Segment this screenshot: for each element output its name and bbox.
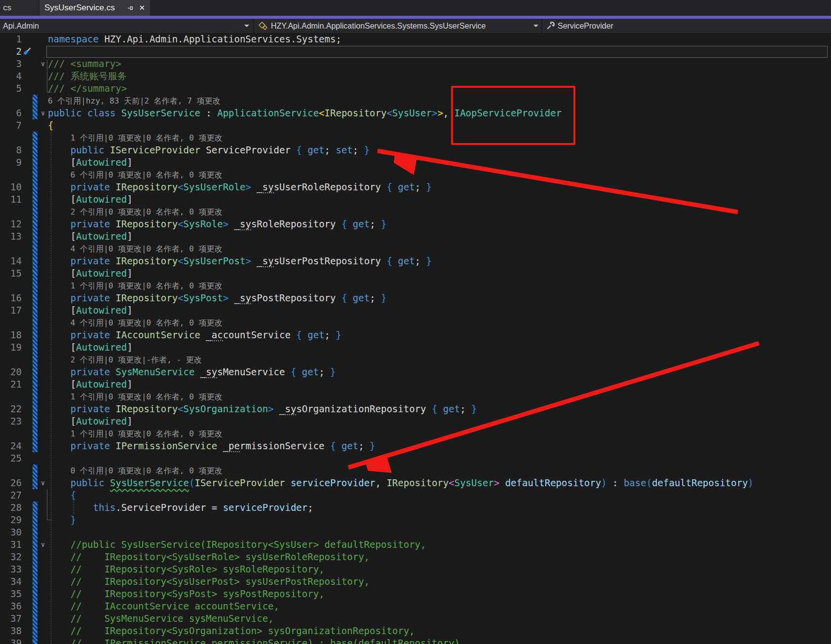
breadcrumb-member[interactable]: ServiceProvider	[558, 19, 613, 33]
code-line[interactable]: 5/// </summary>	[0, 82, 831, 95]
line-number[interactable]: 10	[0, 181, 22, 193]
code-text[interactable]: [Autowired]	[48, 230, 133, 243]
line-number[interactable]: 26	[0, 477, 22, 489]
code-text[interactable]: namespace HZY.Api.Admin.ApplicationServi…	[48, 33, 341, 45]
code-text[interactable]: /// 系统账号服务	[48, 70, 127, 82]
code-line[interactable]: 21 [Autowired]	[0, 378, 831, 391]
codelens-references[interactable]: 6 个引用|0 项更改|0 名作者, 0 项更改	[48, 169, 222, 181]
code-text[interactable]: public class SysUserService : Applicatio…	[48, 107, 562, 119]
codelens-line[interactable]: 0 个引用|0 项更改|0 名作者, 0 项更改	[0, 465, 831, 477]
code-text[interactable]: [Autowired]	[48, 415, 133, 428]
codelens-line[interactable]: 6 个引用|0 项更改|0 名作者, 0 项更改	[0, 169, 831, 181]
code-line[interactable]: 25	[0, 452, 831, 465]
line-number[interactable]: 15	[0, 267, 22, 280]
code-text[interactable]: public IServiceProvider ServiceProvider …	[48, 144, 370, 156]
codelens-references[interactable]: 4 个引用|0 项更改|0 名作者, 0 项更改	[48, 243, 222, 255]
code-line[interactable]: 29 }	[0, 514, 831, 526]
line-number[interactable]: 25	[0, 452, 22, 465]
code-line[interactable]: 34 // IRepository<SysUserPost> sysUserPo…	[0, 575, 831, 588]
code-text[interactable]: this.ServiceProvider = serviceProvider;	[48, 501, 313, 514]
code-line[interactable]: 1namespace HZY.Api.Admin.ApplicationServ…	[0, 33, 831, 45]
line-number[interactable]: 8	[0, 144, 22, 156]
breadcrumb-path[interactable]: HZY.Api.Admin.ApplicationServices.System…	[271, 19, 486, 33]
line-number[interactable]: 38	[0, 625, 22, 637]
code-line[interactable]: 3∨/// <summary>	[0, 58, 831, 70]
codelens-line[interactable]: 1 个引用|0 项更改|0 名作者, 0 项更改	[0, 428, 831, 440]
line-number[interactable]: 3	[0, 58, 22, 70]
line-number[interactable]: 35	[0, 588, 22, 600]
line-number[interactable]: 11	[0, 193, 22, 206]
chevron-down-icon[interactable]	[533, 19, 538, 33]
code-line[interactable]: 7{	[0, 119, 831, 132]
code-text[interactable]: //public SysUserService(IRepository<SysU…	[48, 538, 426, 551]
code-text[interactable]: private IPermissionService _permissionSe…	[48, 440, 376, 452]
line-number[interactable]: 18	[0, 329, 22, 341]
line-number[interactable]: 12	[0, 218, 22, 230]
code-line[interactable]: 10 private IRepository<SysUserRole> _sys…	[0, 181, 831, 193]
tab-partial[interactable]: cs	[0, 0, 38, 16]
code-text[interactable]: }	[48, 514, 76, 526]
line-number[interactable]: 5	[0, 82, 22, 95]
line-number[interactable]: 1	[0, 33, 22, 45]
line-number[interactable]: 33	[0, 563, 22, 575]
line-number[interactable]: 16	[0, 292, 22, 304]
line-number[interactable]: 9	[0, 156, 22, 169]
code-line[interactable]: 8 public IServiceProvider ServiceProvide…	[0, 144, 831, 156]
line-number[interactable]: 37	[0, 612, 22, 625]
fold-chevron-icon[interactable]: ∨	[38, 107, 47, 119]
code-text[interactable]: [Autowired]	[48, 156, 133, 169]
code-line[interactable]: 32 // IRepository<SysUserRole> sysUserRo…	[0, 551, 831, 563]
code-text[interactable]: {	[48, 119, 53, 132]
code-text[interactable]: /// </summary>	[48, 82, 127, 95]
line-number[interactable]: 24	[0, 440, 22, 452]
codelens-references[interactable]: 1 个引用|0 项更改|0 名作者, 0 项更改	[48, 280, 222, 292]
code-line[interactable]: 13 [Autowired]	[0, 230, 831, 243]
tab-active-sysuserservice[interactable]: SysUserService.cs ✕	[39, 0, 150, 16]
code-line[interactable]: 17 [Autowired]	[0, 304, 831, 317]
code-text[interactable]: private IRepository<SysUserPost> _sysUse…	[48, 255, 432, 267]
code-line[interactable]: 18 private IAccountService _accountServi…	[0, 329, 831, 341]
codelens-references[interactable]: 1 个引用|0 项更改|0 名作者, 0 项更改	[48, 391, 222, 403]
code-line[interactable]: 15 [Autowired]	[0, 267, 831, 280]
code-line[interactable]: 37 // SysMenuService sysMenuService,	[0, 612, 831, 625]
code-text[interactable]: public SysUserService(IServiceProvider s…	[48, 477, 754, 489]
code-text[interactable]: // IRepository<SysUserRole> sysUserRoleR…	[48, 551, 370, 563]
code-line[interactable]: 39 // IPermissionService permissionServi…	[0, 637, 831, 644]
fold-chevron-icon[interactable]: ∨	[38, 477, 47, 489]
line-number[interactable]: 31	[0, 538, 22, 551]
line-number[interactable]: 2	[0, 45, 22, 58]
codelens-line[interactable]: 4 个引用|0 项更改|0 名作者, 0 项更改	[0, 317, 831, 329]
code-line[interactable]: 6∨public class SysUserService : Applicat…	[0, 107, 831, 119]
codelens-line[interactable]: 2 个引用|0 项更改|-作者, - 更改	[0, 354, 831, 366]
code-line[interactable]: 30	[0, 526, 831, 538]
code-text[interactable]: // IAccountService accountService,	[48, 600, 279, 612]
codelens-references[interactable]: 1 个引用|0 项更改|0 名作者, 0 项更改	[48, 132, 222, 144]
line-number[interactable]: 7	[0, 119, 22, 132]
line-number[interactable]: 30	[0, 526, 22, 538]
codelens-references[interactable]: 0 个引用|0 项更改|0 名作者, 0 项更改	[48, 465, 222, 477]
code-text[interactable]: // IPermissionService permissionService)…	[48, 637, 460, 644]
code-line[interactable]: 28 this.ServiceProvider = serviceProvide…	[0, 501, 831, 514]
code-line[interactable]: 23 [Autowired]	[0, 415, 831, 428]
codelens-references[interactable]: 2 个引用|0 项更改|-作者, - 更改	[48, 354, 202, 366]
code-text[interactable]: {	[48, 489, 76, 501]
code-text[interactable]: // SysMenuService sysMenuService,	[48, 612, 274, 625]
line-number[interactable]: 36	[0, 600, 22, 612]
code-line[interactable]: 2	[0, 45, 831, 58]
code-text[interactable]: [Autowired]	[48, 304, 133, 317]
code-text[interactable]: [Autowired]	[48, 341, 133, 354]
codelens-line[interactable]: 1 个引用|0 项更改|0 名作者, 0 项更改	[0, 132, 831, 144]
codelens-line[interactable]: 1 个引用|0 项更改|0 名作者, 0 项更改	[0, 391, 831, 403]
fold-chevron-icon[interactable]: ∨	[38, 538, 47, 551]
close-icon[interactable]: ✕	[139, 3, 145, 12]
line-number[interactable]: 28	[0, 501, 22, 514]
codelens-line[interactable]: 4 个引用|0 项更改|0 名作者, 0 项更改	[0, 243, 831, 255]
code-line[interactable]: 9 [Autowired]	[0, 156, 831, 169]
quick-actions-screwdriver-icon[interactable]	[22, 46, 33, 59]
codelens-line[interactable]: 6 个引用|hzy, 83 天前|2 名作者, 7 项更改	[0, 95, 831, 107]
code-line[interactable]: 22 private IRepository<SysOrganization> …	[0, 403, 831, 415]
codelens-line[interactable]: 2 个引用|0 项更改|0 名作者, 0 项更改	[0, 206, 831, 218]
line-number[interactable]: 34	[0, 575, 22, 588]
code-line[interactable]: 35 // IRepository<SysPost> sysPostReposi…	[0, 588, 831, 600]
code-text[interactable]: // IRepository<SysRole> sysRoleRepositor…	[48, 563, 325, 575]
